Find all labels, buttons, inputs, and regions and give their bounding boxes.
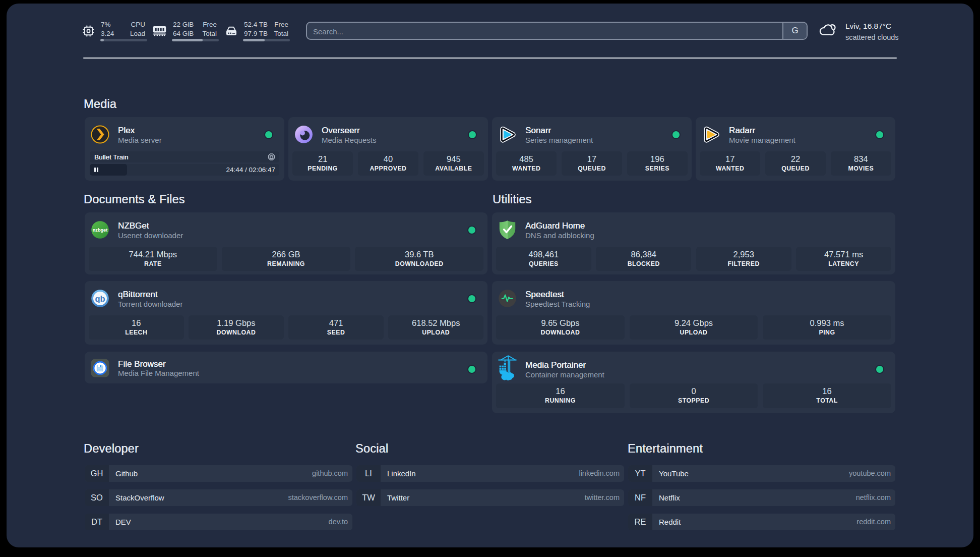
svg-text:nzbget: nzbget <box>93 228 108 233</box>
svg-text:qb: qb <box>95 294 105 303</box>
